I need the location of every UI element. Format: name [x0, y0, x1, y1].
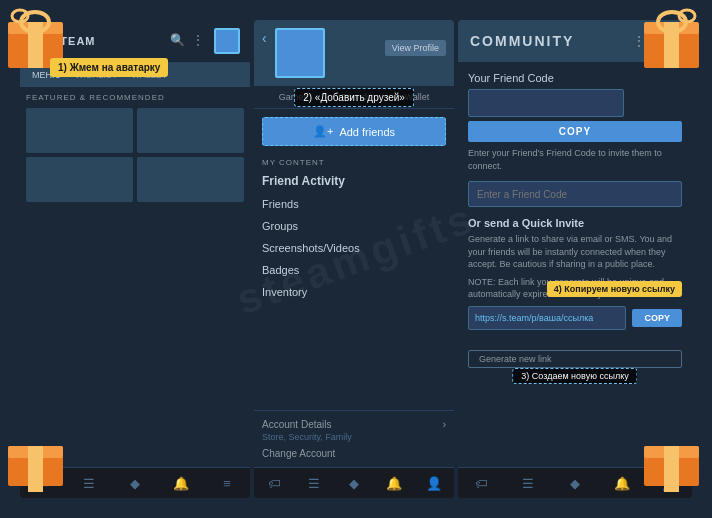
quick-invite-section: Or send a Quick Invite Generate a link t…	[468, 217, 682, 368]
change-account-item[interactable]: Change Account	[262, 446, 446, 461]
content-item-screenshots[interactable]: Screenshots/Videos	[254, 237, 454, 259]
gift-corner-bl	[0, 438, 80, 518]
community-content: Your Friend Code COPY Enter your Friend'…	[458, 62, 692, 467]
add-friends-button[interactable]: 👤+ Add friends	[262, 117, 446, 146]
annotation-2-tooltip: 2) «Добавить друзей»	[294, 88, 414, 107]
my-content-label: MY CONTENT	[254, 154, 454, 169]
view-profile-button[interactable]: View Profile	[385, 40, 446, 56]
gift-corner-tr	[632, 0, 712, 80]
svg-rect-15	[664, 446, 679, 492]
invite-desc: Enter your Friend's Friend Code to invit…	[468, 147, 682, 172]
comm-bell-icon[interactable]: 🔔	[613, 474, 631, 492]
add-friends-icon: 👤+	[313, 125, 333, 138]
content-item-friends[interactable]: Friends	[254, 193, 454, 215]
right-panel: COMMUNITY ⋮ Your Friend Code COPY Enter …	[458, 20, 692, 498]
featured-img-2	[137, 108, 244, 153]
add-friends-label: Add friends	[339, 126, 395, 138]
svg-rect-7	[664, 22, 679, 68]
copy-friend-code-button[interactable]: COPY	[468, 121, 682, 142]
generate-link-button[interactable]: Generate new link	[468, 350, 682, 368]
mid-person-icon[interactable]: 👤	[425, 474, 443, 492]
profile-avatar	[275, 28, 325, 78]
generate-link-container: Generate new link 3) Создаем новую ссылк…	[468, 350, 682, 368]
comm-list-icon[interactable]: ☰	[519, 474, 537, 492]
steam-header-icons: 🔍 ⋮	[170, 28, 240, 54]
mid-tag-icon[interactable]: 🏷	[265, 474, 283, 492]
featured-img-4	[137, 157, 244, 202]
link-row: https://s.team/p/ваша/ссылка COPY	[468, 306, 682, 330]
avatar[interactable]	[214, 28, 240, 54]
account-details-sub: Store, Security, Family	[262, 432, 446, 442]
annotation-1-tooltip: 1) Жмем на аватарку	[50, 58, 168, 77]
featured-images	[26, 108, 244, 202]
mid-bell-icon[interactable]: 🔔	[385, 474, 403, 492]
content-item-badges[interactable]: Badges	[254, 259, 454, 281]
account-details-item[interactable]: Account Details ›	[262, 417, 446, 432]
featured-img-3	[26, 157, 133, 202]
mid-diamond-icon[interactable]: ◆	[345, 474, 363, 492]
content-item-groups[interactable]: Groups	[254, 215, 454, 237]
svg-rect-12	[28, 446, 43, 492]
featured-label: FEATURED & RECOMMENDED	[26, 93, 244, 102]
community-title: COMMUNITY	[470, 33, 574, 49]
note-container: NOTE: Each link you generate will be uni…	[468, 277, 682, 300]
gift-corner-br	[632, 438, 712, 518]
diamond-icon[interactable]: ◆	[126, 474, 144, 492]
middle-panel: ‹ View Profile 2) «Добавить друзей» Game…	[254, 20, 454, 498]
middle-bottom-nav: 🏷 ☰ ◆ 🔔 👤	[254, 467, 454, 498]
friend-code-section: Your Friend Code COPY Enter your Friend'…	[468, 72, 682, 207]
copy-link-button[interactable]: COPY	[632, 309, 682, 327]
content-item-friend-activity[interactable]: Friend Activity	[254, 169, 454, 193]
account-details-arrow: ›	[443, 419, 446, 430]
list-icon[interactable]: ☰	[80, 474, 98, 492]
comm-tag-icon[interactable]: 🏷	[472, 474, 490, 492]
annotation-4-tooltip: 4) Копируем новую ссылку	[547, 281, 682, 297]
content-item-inventory[interactable]: Inventory	[254, 281, 454, 303]
bell-icon[interactable]: 🔔	[172, 474, 190, 492]
quick-invite-desc: Generate a link to share via email or SM…	[468, 233, 682, 271]
mid-list-icon[interactable]: ☰	[305, 474, 323, 492]
svg-rect-2	[28, 22, 43, 68]
menu-icon[interactable]: ≡	[218, 474, 236, 492]
enter-friend-code-input[interactable]	[468, 181, 682, 207]
more-icon[interactable]: ⋮	[192, 33, 208, 49]
left-content: FEATURED & RECOMMENDED	[20, 87, 250, 467]
quick-invite-title: Or send a Quick Invite	[468, 217, 682, 229]
change-account-label: Change Account	[262, 448, 335, 459]
account-details-label: Account Details	[262, 419, 331, 430]
back-arrow-icon[interactable]: ‹	[262, 30, 267, 46]
content-list: Friend Activity Friends Groups Screensho…	[254, 169, 454, 410]
account-section: Account Details › Store, Security, Famil…	[254, 410, 454, 467]
link-url-display: https://s.team/p/ваша/ссылка	[468, 306, 626, 330]
left-panel: STEAM 🔍 ⋮ 1) Жмем на аватарку МЕНЮ WISHL…	[20, 20, 250, 498]
search-icon[interactable]: 🔍	[170, 33, 186, 49]
featured-img-1	[26, 108, 133, 153]
annotation-3-tooltip: 3) Создаем новую ссылку	[512, 368, 637, 384]
comm-diamond-icon[interactable]: ◆	[566, 474, 584, 492]
main-container: STEAM 🔍 ⋮ 1) Жмем на аватарку МЕНЮ WISHL…	[20, 20, 692, 498]
friend-code-input[interactable]	[468, 89, 624, 117]
